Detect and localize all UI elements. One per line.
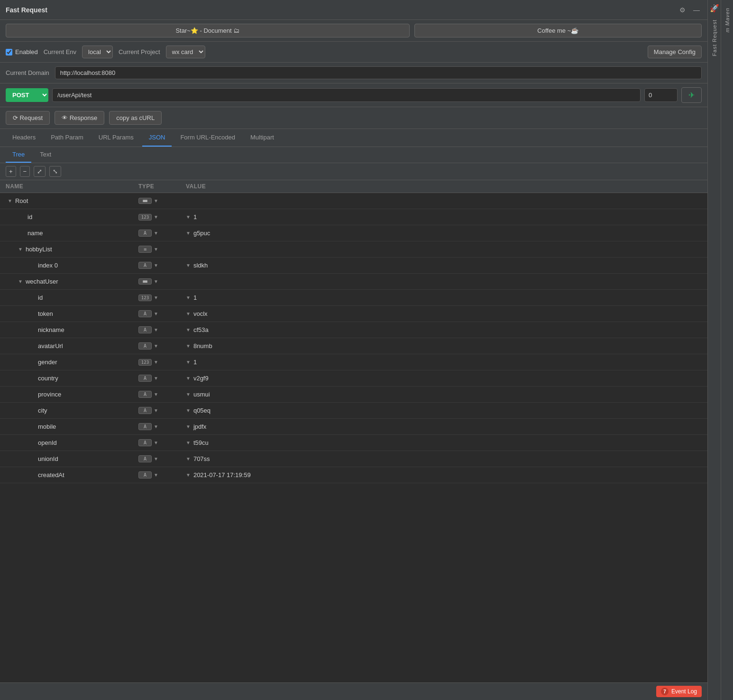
row-value-text: usmui: [193, 391, 210, 398]
table-row: index 0A▼▼sldkh: [0, 258, 707, 274]
row-chevron-3[interactable]: ▼: [18, 247, 23, 252]
config-row: Enabled Current Env local Current Projec…: [0, 42, 707, 63]
type-badge-11: A: [138, 375, 152, 382]
type-chevron-9[interactable]: ▼: [154, 343, 158, 349]
domain-row: Current Domain: [0, 63, 707, 83]
header-type: Type: [138, 183, 186, 190]
maven-label: m Maven: [724, 8, 730, 32]
type-chevron-10[interactable]: ▼: [154, 359, 158, 365]
type-chevron-0[interactable]: ▼: [154, 198, 158, 203]
type-badge-1: 123: [138, 214, 152, 221]
row-value-text: v2gf9: [193, 375, 209, 382]
request-button[interactable]: ⟳ Request: [6, 111, 50, 125]
sub-tab-text[interactable]: Text: [33, 147, 58, 163]
row-value-text: 707ss: [193, 455, 210, 462]
type-chevron-13[interactable]: ▼: [154, 408, 158, 413]
row-value-text: g5puc: [193, 230, 210, 237]
value-chevron-14[interactable]: ▼: [186, 424, 191, 429]
env-select[interactable]: local: [82, 46, 113, 58]
value-chevron-8[interactable]: ▼: [186, 327, 191, 332]
value-chevron-7[interactable]: ▼: [186, 311, 191, 316]
domain-label: Current Domain: [6, 69, 49, 76]
row-name-text: wechatUser: [26, 278, 58, 285]
value-chevron-9[interactable]: ▼: [186, 343, 191, 349]
value-chevron-2[interactable]: ▼: [186, 230, 191, 236]
close-button[interactable]: —: [691, 5, 702, 15]
table-row: ▼Root■■▼: [0, 193, 707, 209]
settings-button[interactable]: ⚙: [678, 5, 687, 15]
value-chevron-13[interactable]: ▼: [186, 408, 191, 413]
send-button[interactable]: ✈: [681, 87, 702, 103]
row-name-text: country: [38, 375, 58, 382]
value-chevron-11[interactable]: ▼: [186, 376, 191, 381]
enabled-checkbox-label[interactable]: Enabled: [6, 48, 38, 55]
value-chevron-16[interactable]: ▼: [186, 456, 191, 461]
value-chevron-6[interactable]: ▼: [186, 295, 191, 300]
tab-json[interactable]: JSON: [142, 129, 172, 147]
row-name-text: id: [27, 213, 32, 221]
type-chevron-4[interactable]: ▼: [154, 263, 158, 268]
type-chevron-12[interactable]: ▼: [154, 392, 158, 397]
row-value-text: t59cu: [193, 439, 209, 446]
value-chevron-1[interactable]: ▼: [186, 214, 191, 220]
type-chevron-2[interactable]: ▼: [154, 230, 158, 236]
type-chevron-6[interactable]: ▼: [154, 295, 158, 300]
row-name-text: province: [38, 391, 61, 398]
remove-button[interactable]: −: [20, 166, 30, 177]
value-chevron-10[interactable]: ▼: [186, 359, 191, 365]
manage-config-button[interactable]: Manage Config: [648, 46, 702, 58]
type-chevron-16[interactable]: ▼: [154, 456, 158, 461]
tab-multipart[interactable]: Multipart: [244, 129, 281, 147]
table-row: ▼wechatUser■■▼: [0, 274, 707, 290]
url-input[interactable]: [52, 88, 641, 102]
type-chevron-5[interactable]: ▼: [154, 279, 158, 284]
sub-tab-tree[interactable]: Tree: [6, 147, 31, 163]
value-chevron-15[interactable]: ▼: [186, 440, 191, 445]
type-chevron-14[interactable]: ▼: [154, 424, 158, 429]
event-log-label: Event Log: [671, 688, 697, 695]
value-chevron-12[interactable]: ▼: [186, 392, 191, 397]
row-chevron-5[interactable]: ▼: [18, 279, 23, 284]
tab-path-param[interactable]: Path Param: [44, 129, 90, 147]
type-badge-3: ≡: [138, 246, 152, 253]
domain-input[interactable]: [55, 66, 702, 79]
number-input[interactable]: [644, 88, 678, 102]
type-chevron-3[interactable]: ▼: [154, 247, 158, 252]
project-select[interactable]: wx card: [166, 46, 205, 58]
row-chevron-0[interactable]: ▼: [8, 198, 12, 203]
type-chevron-11[interactable]: ▼: [154, 376, 158, 381]
expand-button[interactable]: ⤢: [34, 166, 46, 177]
collapse-button[interactable]: ⤡: [49, 166, 61, 177]
method-select[interactable]: POST: [6, 88, 48, 102]
row-name-text: Root: [15, 197, 28, 204]
value-chevron-4[interactable]: ▼: [186, 263, 191, 268]
type-chevron-17[interactable]: ▼: [154, 472, 158, 478]
copy-curl-button[interactable]: copy as cURL: [109, 111, 162, 125]
type-badge-6: 123: [138, 295, 152, 301]
coffee-button[interactable]: Coffee me ~☕: [414, 24, 702, 37]
add-button[interactable]: +: [6, 166, 16, 177]
type-badge-4: A: [138, 262, 152, 269]
response-button[interactable]: 👁 Response: [55, 111, 104, 125]
tab-headers[interactable]: Headers: [6, 129, 42, 147]
row-value-text: sldkh: [193, 262, 208, 269]
type-chevron-1[interactable]: ▼: [154, 214, 158, 220]
tab-url-params[interactable]: URL Params: [92, 129, 140, 147]
type-chevron-7[interactable]: ▼: [154, 311, 158, 316]
table-row: mobileA▼▼jpdfx: [0, 419, 707, 435]
rocket-icon: 🚀: [710, 4, 719, 13]
table-row: countryA▼▼v2gf9: [0, 370, 707, 387]
side-tab-label: Fast Request: [712, 19, 717, 56]
table-row: nicknameA▼▼cf53a: [0, 322, 707, 338]
type-badge-14: A: [138, 423, 152, 430]
star-doc-button[interactable]: Star~⭐ - Document 🗂: [6, 24, 410, 37]
row-name-text: city: [38, 407, 47, 414]
maven-tab: m Maven: [721, 0, 733, 700]
type-chevron-15[interactable]: ▼: [154, 440, 158, 445]
value-chevron-17[interactable]: ▼: [186, 472, 191, 478]
type-chevron-8[interactable]: ▼: [154, 327, 158, 332]
enabled-checkbox[interactable]: [6, 49, 12, 55]
tab-form-url-encoded[interactable]: Form URL-Encoded: [174, 129, 242, 147]
event-log-button[interactable]: 7 Event Log: [656, 686, 702, 697]
header-value: Value: [186, 183, 702, 190]
